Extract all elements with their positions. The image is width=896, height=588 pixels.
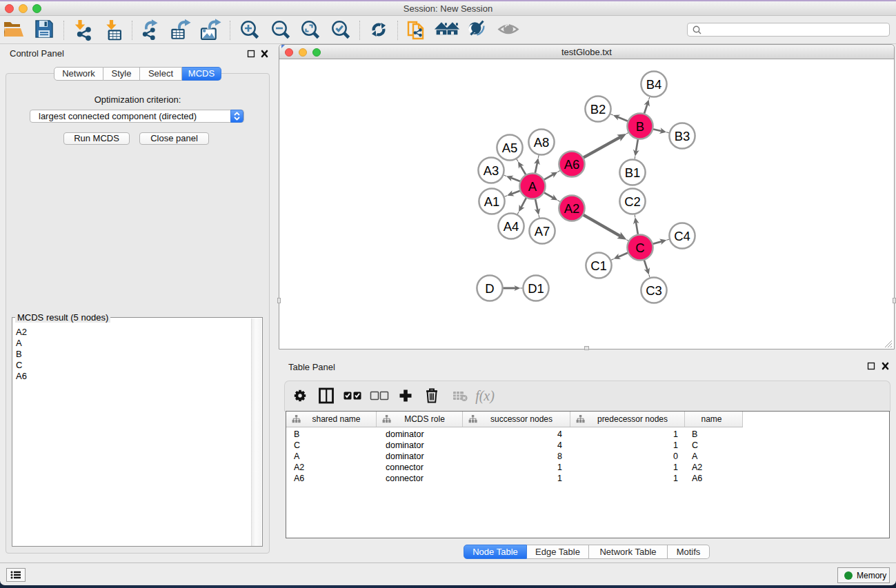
svg-text:C4: C4 xyxy=(674,229,690,243)
svg-text:A2: A2 xyxy=(564,201,580,216)
svg-text:C3: C3 xyxy=(646,283,662,298)
svg-text:A8: A8 xyxy=(534,135,550,150)
svg-text:B2: B2 xyxy=(590,102,606,116)
svg-text:f(x): f(x) xyxy=(475,388,495,404)
svg-text:B1: B1 xyxy=(625,165,641,180)
svg-text:B3: B3 xyxy=(675,129,690,143)
svg-text:C2: C2 xyxy=(624,194,641,209)
svg-text:A3: A3 xyxy=(484,163,499,178)
svg-text:D1: D1 xyxy=(528,281,544,296)
svg-text:A1: A1 xyxy=(484,194,500,209)
svg-text:B: B xyxy=(636,119,644,134)
svg-text:A: A xyxy=(528,179,537,194)
svg-text:D: D xyxy=(485,281,494,296)
svg-text:C: C xyxy=(635,241,644,255)
svg-text:A7: A7 xyxy=(535,224,550,239)
svg-text:C1: C1 xyxy=(590,258,607,273)
svg-text:A6: A6 xyxy=(564,157,580,172)
svg-text:A4: A4 xyxy=(504,219,519,234)
svg-text:A5: A5 xyxy=(502,141,518,155)
svg-text:B4: B4 xyxy=(646,77,662,92)
